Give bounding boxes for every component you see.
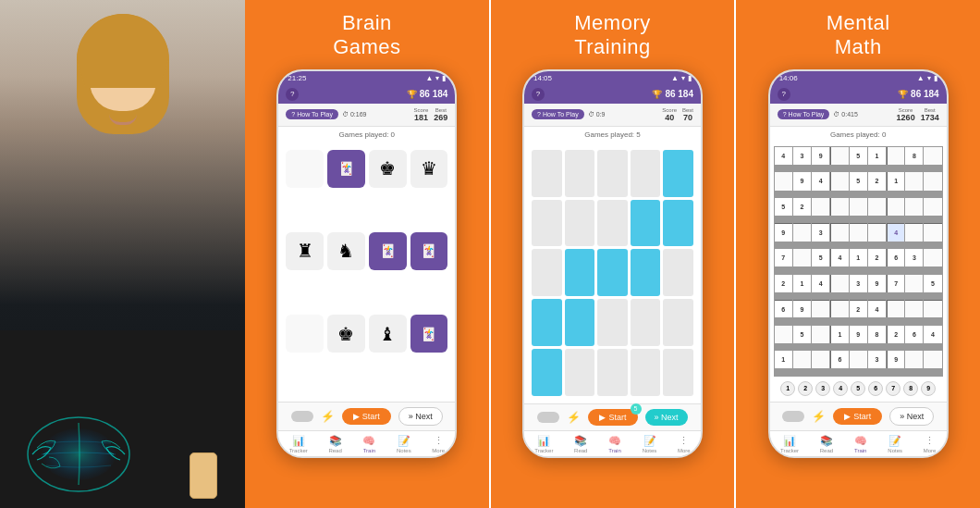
sudoku-cell-4-7[interactable]: 3 bbox=[905, 249, 923, 266]
chess-cell-3[interactable]: ♚ bbox=[369, 150, 407, 188]
sudoku-cell-2-0[interactable]: 5 bbox=[775, 198, 792, 216]
memory-cell-1-3[interactable] bbox=[631, 200, 661, 247]
sudoku-cell-1-3[interactable] bbox=[830, 172, 848, 190]
sudoku-cell-8-0[interactable]: 1 bbox=[775, 351, 792, 368]
nav-read2[interactable]: 📚 Read bbox=[574, 435, 587, 453]
sudoku-cell-7-7[interactable]: 6 bbox=[905, 326, 923, 343]
memory-cell-3-1[interactable] bbox=[565, 299, 595, 346]
toggle-switch2[interactable] bbox=[537, 412, 559, 423]
sudoku-cell-7-1[interactable]: 5 bbox=[793, 326, 811, 343]
sudoku-cell-2-8[interactable] bbox=[924, 198, 941, 216]
nav-read1[interactable]: 📚 Read bbox=[328, 435, 341, 453]
sudoku-cell-2-4[interactable] bbox=[850, 198, 867, 216]
nav-train1[interactable]: 🧠 Train bbox=[362, 435, 375, 453]
memory-cell-1-2[interactable] bbox=[597, 200, 628, 247]
sudoku-cell-5-3[interactable] bbox=[830, 275, 848, 292]
memory-cell-2-3[interactable] bbox=[631, 249, 661, 296]
memory-cell-0-4[interactable] bbox=[663, 150, 693, 197]
sudoku-cell-1-7[interactable] bbox=[905, 172, 923, 190]
memory-cell-2-1[interactable] bbox=[565, 249, 595, 296]
sudoku-cell-7-5[interactable]: 8 bbox=[868, 326, 886, 343]
num-btn-8[interactable]: 8 bbox=[903, 381, 918, 396]
chess-cell-8[interactable]: 🃏 bbox=[410, 232, 448, 270]
memory-cell-4-2[interactable] bbox=[597, 349, 628, 396]
sudoku-cell-1-0[interactable] bbox=[775, 172, 792, 190]
sudoku-cell-5-1[interactable]: 1 bbox=[793, 275, 811, 292]
sudoku-cell-2-3[interactable] bbox=[830, 198, 848, 216]
nav-more2[interactable]: ⋮ More bbox=[678, 435, 691, 453]
sudoku-cell-1-5[interactable]: 2 bbox=[868, 172, 886, 190]
sudoku-cell-5-0[interactable]: 2 bbox=[775, 275, 792, 292]
howto-button1[interactable]: ? How To Play bbox=[286, 109, 338, 119]
sudoku-cell-5-4[interactable]: 3 bbox=[850, 275, 867, 292]
memory-cell-3-3[interactable] bbox=[631, 299, 661, 346]
sudoku-cell-3-7[interactable] bbox=[905, 223, 923, 241]
sudoku-cell-5-7[interactable] bbox=[905, 275, 923, 292]
num-btn-6[interactable]: 6 bbox=[868, 381, 883, 396]
sudoku-cell-4-8[interactable] bbox=[924, 249, 941, 266]
sudoku-cell-0-6[interactable] bbox=[887, 147, 904, 165]
nav-more3[interactable]: ⋮ More bbox=[924, 435, 937, 453]
memory-cell-2-4[interactable] bbox=[663, 249, 693, 296]
sudoku-cell-1-1[interactable]: 9 bbox=[793, 172, 811, 190]
memory-cell-3-4[interactable] bbox=[663, 299, 693, 346]
sudoku-cell-6-1[interactable]: 9 bbox=[793, 300, 811, 317]
sudoku-cell-1-8[interactable] bbox=[924, 172, 941, 190]
sudoku-cell-7-8[interactable]: 4 bbox=[924, 326, 941, 343]
memory-cell-4-1[interactable] bbox=[565, 349, 595, 396]
sudoku-cell-2-1[interactable]: 2 bbox=[793, 198, 811, 216]
num-btn-5[interactable]: 5 bbox=[851, 381, 865, 396]
nav-read3[interactable]: 📚 Read bbox=[820, 435, 833, 453]
sudoku-cell-1-6[interactable]: 1 bbox=[887, 172, 904, 190]
sudoku-cell-7-4[interactable]: 9 bbox=[850, 326, 867, 343]
chess-cell-4[interactable]: ♛ bbox=[410, 150, 448, 188]
num-btn-2[interactable]: 2 bbox=[798, 381, 813, 396]
memory-cell-0-2[interactable] bbox=[597, 150, 628, 197]
sudoku-cell-6-6[interactable] bbox=[887, 300, 904, 317]
sudoku-cell-6-8[interactable] bbox=[924, 300, 941, 317]
sudoku-cell-8-5[interactable]: 3 bbox=[868, 351, 886, 368]
memory-cell-1-0[interactable] bbox=[532, 200, 562, 247]
sudoku-cell-0-7[interactable]: 8 bbox=[905, 147, 923, 165]
sudoku-cell-3-5[interactable] bbox=[868, 223, 886, 241]
nav-more1[interactable]: ⋮ More bbox=[432, 435, 445, 453]
chess-cell-2[interactable]: 🃏 bbox=[327, 150, 365, 188]
sudoku-cell-8-6[interactable]: 9 bbox=[887, 351, 904, 368]
chess-cell-7[interactable]: 🃏 bbox=[369, 232, 407, 270]
sudoku-cell-3-8[interactable] bbox=[924, 223, 941, 241]
memory-cell-2-2[interactable] bbox=[597, 249, 628, 296]
num-btn-1[interactable]: 1 bbox=[780, 381, 795, 396]
chess-cell-10[interactable]: ♚ bbox=[327, 315, 365, 353]
next-button3[interactable]: » Next bbox=[889, 407, 934, 426]
sudoku-cell-7-0[interactable] bbox=[775, 326, 792, 343]
howto-button3[interactable]: ? How To Play bbox=[778, 109, 830, 119]
memory-cell-4-4[interactable] bbox=[663, 349, 693, 396]
num-btn-9[interactable]: 9 bbox=[921, 381, 936, 396]
sudoku-cell-2-6[interactable] bbox=[887, 198, 904, 216]
next-button2[interactable]: » Next bbox=[645, 409, 688, 426]
start-button1[interactable]: ▶ Start bbox=[342, 408, 391, 425]
sudoku-cell-5-2[interactable]: 4 bbox=[812, 275, 829, 292]
memory-cell-2-0[interactable] bbox=[532, 249, 562, 296]
howto-button2[interactable]: ? How To Play bbox=[532, 109, 584, 119]
sudoku-cell-4-2[interactable]: 5 bbox=[812, 249, 829, 266]
sudoku-cell-4-1[interactable] bbox=[793, 249, 811, 266]
sudoku-cell-5-6[interactable]: 7 bbox=[887, 275, 904, 292]
sudoku-cell-7-2[interactable] bbox=[812, 326, 829, 343]
memory-cell-3-0[interactable] bbox=[532, 299, 562, 346]
sudoku-cell-3-4[interactable] bbox=[850, 223, 867, 241]
chess-cell-6[interactable]: ♞ bbox=[327, 232, 365, 270]
memory-cell-3-2[interactable] bbox=[597, 299, 628, 346]
sudoku-cell-5-8[interactable]: 5 bbox=[924, 275, 941, 292]
sudoku-cell-8-4[interactable] bbox=[850, 351, 867, 368]
sudoku-cell-0-8[interactable] bbox=[924, 147, 941, 165]
nav-tracker1[interactable]: 📊 Tracker bbox=[289, 435, 308, 453]
memory-cell-0-0[interactable] bbox=[532, 150, 562, 197]
sudoku-cell-1-4[interactable]: 5 bbox=[850, 172, 867, 190]
nav-train2[interactable]: 🧠 Train bbox=[608, 435, 621, 453]
sudoku-cell-8-8[interactable] bbox=[924, 351, 941, 368]
sudoku-cell-1-2[interactable]: 4 bbox=[812, 172, 829, 190]
sudoku-cell-6-0[interactable]: 6 bbox=[775, 300, 792, 317]
sudoku-cell-0-4[interactable]: 5 bbox=[850, 147, 867, 165]
sudoku-cell-8-2[interactable] bbox=[812, 351, 829, 368]
